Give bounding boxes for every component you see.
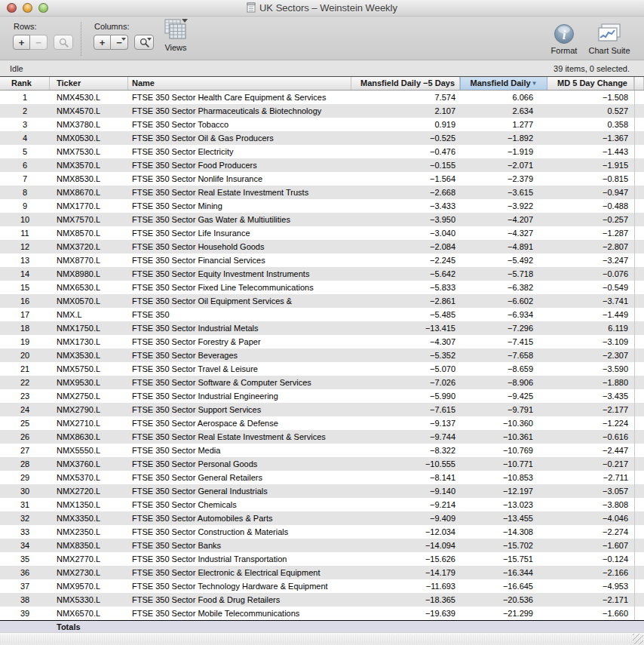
table-row[interactable]: 3NMX3780.LFTSE 350 Sector Tobacco0.9191.… — [0, 118, 644, 131]
md-5day-change-cell: −0.616 — [547, 430, 634, 444]
remove-column-button[interactable]: − — [111, 35, 128, 50]
table-row[interactable]: 15NMX6530.LFTSE 350 Sector Fixed Line Te… — [0, 281, 644, 294]
table-row[interactable]: 34NMX8350.LFTSE 350 Sector Banks−14.094−… — [0, 539, 644, 552]
table-row[interactable]: 1NMX4530.LFTSE 350 Sector Health Care Eq… — [0, 91, 644, 104]
name-cell: FTSE 350 Sector Forestry & Paper — [128, 335, 351, 349]
column-header-rank[interactable]: Rank — [0, 77, 50, 90]
table-row[interactable]: 23NMX2750.LFTSE 350 Sector Industrial En… — [0, 389, 644, 403]
table-row[interactable]: 5NMX7530.LFTSE 350 Sector Electricity−0.… — [0, 145, 644, 158]
rank-cell: 35 — [0, 552, 50, 566]
ticker-cell: NMX7530.L — [50, 145, 128, 158]
views-button[interactable]: Views — [158, 19, 193, 52]
mansfield-daily-cell: −8.659 — [460, 362, 547, 376]
mansfield-daily-5days-cell: 2.107 — [351, 104, 460, 118]
table-row[interactable]: 20NMX3530.LFTSE 350 Sector Beverages−5.3… — [0, 349, 644, 362]
table-row[interactable]: 37NMX9570.LFTSE 350 Sector Technology Ha… — [0, 579, 644, 593]
mansfield-daily-5days-cell: −5.990 — [351, 389, 460, 403]
ticker-cell: NMX5370.L — [50, 471, 128, 484]
views-label: Views — [158, 43, 193, 52]
table-row[interactable]: 35NMX2770.LFTSE 350 Sector Industrial Tr… — [0, 552, 644, 566]
table-row[interactable]: 14NMX8980.LFTSE 350 Sector Equity Invest… — [0, 267, 644, 281]
mansfield-daily-5days-cell: −9.409 — [351, 511, 460, 525]
table-row[interactable]: 11NMX8570.LFTSE 350 Sector Life Insuranc… — [0, 226, 644, 240]
column-header-ticker[interactable]: Ticker — [50, 77, 128, 90]
name-cell: FTSE 350 Sector Pharmaceuticals & Biotec… — [128, 104, 351, 118]
row-filler — [634, 416, 644, 430]
column-header-name[interactable]: Name — [128, 77, 351, 90]
format-button[interactable]: i Format — [547, 20, 581, 55]
table-row[interactable]: 2NMX4570.LFTSE 350 Sector Pharmaceutical… — [0, 104, 644, 118]
table-row[interactable]: 32NMX3350.LFTSE 350 Sector Automobiles &… — [0, 511, 644, 525]
column-search-button[interactable] — [134, 35, 154, 50]
table-row[interactable]: 33NMX2350.LFTSE 350 Sector Construction … — [0, 525, 644, 539]
info-icon: i — [554, 23, 575, 45]
table-row[interactable]: 27NMX5550.LFTSE 350 Sector Media−8.322−1… — [0, 444, 644, 457]
table-row[interactable]: 26NMX8630.LFTSE 350 Sector Real Estate I… — [0, 430, 644, 444]
md-5day-change-cell: −3.109 — [547, 335, 634, 349]
minimize-window-button[interactable] — [23, 3, 32, 13]
md-5day-change-cell: −2.307 — [547, 349, 634, 362]
table-row[interactable]: 21NMX5750.LFTSE 350 Sector Travel & Leis… — [0, 362, 644, 376]
table-row[interactable]: 28NMX3760.LFTSE 350 Sector Personal Good… — [0, 457, 644, 471]
table-row[interactable]: 22NMX9530.LFTSE 350 Sector Software & Co… — [0, 376, 644, 389]
table-row[interactable]: 31NMX1350.LFTSE 350 Sector Chemicals−9.2… — [0, 498, 644, 511]
column-header-mansfield-daily-5days[interactable]: Mansfield Daily −5 Days — [351, 77, 460, 90]
table-row[interactable]: 10NMX7570.LFTSE 350 Sector Gas Water & M… — [0, 213, 644, 226]
md-5day-change-cell: −3.590 — [547, 362, 634, 376]
zoom-window-button[interactable] — [38, 3, 48, 13]
table-row[interactable]: 13NMX8770.LFTSE 350 Sector Financial Ser… — [0, 253, 644, 267]
row-filler — [634, 607, 644, 620]
mansfield-daily-cell: −10.853 — [460, 471, 547, 484]
rank-cell: 23 — [0, 389, 50, 403]
resize-grip-icon[interactable] — [633, 634, 643, 644]
mansfield-daily-cell: −10.360 — [460, 416, 547, 430]
rank-cell: 6 — [0, 158, 50, 172]
name-cell: FTSE 350 Sector Media — [128, 444, 351, 457]
column-header-md-5day-change[interactable]: MD 5 Day Change — [547, 77, 634, 90]
column-header-mansfield-daily[interactable]: Mansfield Daily▼ — [460, 77, 547, 90]
table-row[interactable]: 4NMX0530.LFTSE 350 Sector Oil & Gas Prod… — [0, 131, 644, 145]
add-column-button[interactable]: + — [94, 35, 111, 50]
remove-row-button[interactable]: − — [30, 35, 48, 50]
row-search-button[interactable] — [54, 35, 73, 50]
close-window-button[interactable] — [7, 3, 17, 13]
add-row-button[interactable]: + — [13, 35, 30, 50]
table-row[interactable]: 19NMX1730.LFTSE 350 Sector Forestry & Pa… — [0, 335, 644, 349]
table-row[interactable]: 18NMX1750.LFTSE 350 Sector Industrial Me… — [0, 321, 644, 335]
table-header: Rank Ticker Name Mansfield Daily −5 Days… — [0, 77, 644, 91]
row-filler — [634, 552, 644, 566]
rank-cell: 3 — [0, 118, 50, 131]
table-row[interactable]: 24NMX2790.LFTSE 350 Sector Support Servi… — [0, 403, 644, 416]
table-row[interactable]: 25NMX2710.LFTSE 350 Sector Aerospace & D… — [0, 416, 644, 430]
table-row[interactable]: 29NMX5370.LFTSE 350 Sector General Retai… — [0, 471, 644, 484]
rank-cell: 16 — [0, 294, 50, 308]
table-row[interactable]: 30NMX2720.LFTSE 350 Sector General Indus… — [0, 484, 644, 498]
table-row[interactable]: 8NMX8670.LFTSE 350 Sector Real Estate In… — [0, 186, 644, 199]
table-row[interactable]: 17NMX.LFTSE 350−5.485−6.934−1.449 — [0, 308, 644, 321]
table-row[interactable]: 6NMX3570.LFTSE 350 Sector Food Producers… — [0, 158, 644, 172]
rank-cell: 38 — [0, 593, 50, 607]
table-row[interactable]: 9NMX1770.LFTSE 350 Sector Mining−3.433−3… — [0, 199, 644, 213]
title-bar[interactable]: UK Sectors – Weinstein Weekly — [0, 0, 644, 17]
table-row[interactable]: 39NMX6570.LFTSE 350 Sector Mobile Teleco… — [0, 607, 644, 620]
rank-cell: 24 — [0, 403, 50, 416]
chart-suite-button[interactable]: Chart Suite — [584, 20, 634, 55]
table-row[interactable]: 38NMX5330.LFTSE 350 Sector Food & Drug R… — [0, 593, 644, 607]
table-row[interactable]: 7NMX8530.LFTSE 350 Sector Nonlife Insura… — [0, 172, 644, 186]
name-cell: FTSE 350 Sector Mobile Telecommunication… — [128, 607, 351, 620]
table-row[interactable]: 36NMX2730.LFTSE 350 Sector Electronic & … — [0, 566, 644, 579]
row-filler — [634, 457, 644, 471]
md-5day-change-cell: −0.947 — [547, 186, 634, 199]
rank-cell: 19 — [0, 335, 50, 349]
name-cell: FTSE 350 Sector Food Producers — [128, 158, 351, 172]
md-5day-change-cell: −2.177 — [547, 403, 634, 416]
mansfield-daily-cell: 6.066 — [460, 91, 547, 104]
rank-cell: 31 — [0, 498, 50, 511]
md-5day-change-cell: 0.358 — [547, 118, 634, 131]
ticker-cell: NMX1750.L — [50, 321, 128, 335]
totals-row[interactable]: Totals — [0, 620, 644, 632]
row-filler — [634, 321, 644, 335]
table-row[interactable]: 16NMX0570.LFTSE 350 Sector Oil Equipment… — [0, 294, 644, 308]
table-row[interactable]: 12NMX3720.LFTSE 350 Sector Household Goo… — [0, 240, 644, 253]
md-5day-change-cell: −2.171 — [547, 593, 634, 607]
